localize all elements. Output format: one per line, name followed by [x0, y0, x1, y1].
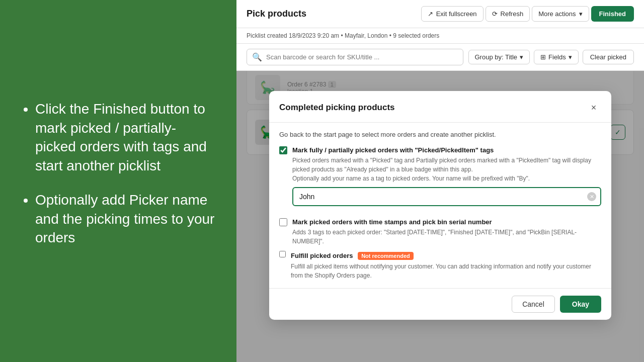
clear-picked-button[interactable]: Clear picked — [583, 50, 634, 64]
modal-close-button[interactable]: × — [586, 100, 601, 115]
refresh-icon: ⟳ — [492, 10, 498, 18]
checkbox1[interactable] — [279, 146, 287, 154]
bullet-item-1: Click the Finished button to mark picked… — [35, 100, 216, 175]
checkbox3[interactable] — [279, 251, 286, 257]
chevron-down-icon: ▾ — [579, 10, 583, 18]
checkbox3-content: Fulfill picked orders Not recommended Fu… — [291, 251, 601, 280]
more-actions-button[interactable]: More actions ▾ — [532, 6, 589, 22]
refresh-button[interactable]: ⟳ Refresh — [486, 6, 530, 22]
search-input[interactable] — [266, 53, 458, 61]
toolbar: 🔍 Group by: Title ▾ ⊞ Fields ▾ Clear pic… — [236, 44, 644, 71]
modal-overlay: Completed picking products × Go back to … — [236, 71, 644, 362]
fields-chevron-icon: ▾ — [569, 53, 572, 61]
search-icon: 🔍 — [252, 52, 262, 62]
checkbox2-row: Mark picked orders with time stamps and … — [279, 217, 601, 246]
top-bar: Pick products ↗ Exit fullscreen ⟳ Refres… — [236, 0, 644, 28]
checkbox1-row: Mark fully / partially picked orders wit… — [279, 145, 601, 212]
page-title: Pick products — [247, 9, 306, 19]
name-input-wrap: ✕ — [292, 187, 601, 206]
exit-fullscreen-button[interactable]: ↗ Exit fullscreen — [421, 6, 484, 22]
modal-subtitle: Go back to the start page to select more… — [279, 131, 601, 138]
sub-bar: Picklist created 18/9/2023 9:20 am • May… — [236, 28, 644, 44]
checkbox3-label[interactable]: Fulfill picked orders Not recommended — [291, 252, 414, 259]
cancel-button[interactable]: Cancel — [512, 296, 555, 313]
bullet-item-2: Optionally add Picker name and the picki… — [35, 191, 216, 247]
checkbox2-content: Mark picked orders with time stamps and … — [292, 217, 601, 246]
checkbox3-desc: Fulfill all picked items without notifyi… — [291, 262, 601, 280]
modal-header: Completed picking products × — [269, 91, 611, 123]
left-panel: Click the Finished button to mark picked… — [0, 0, 236, 362]
modal-footer: Cancel Okay — [269, 288, 611, 320]
modal-title: Completed picking products — [279, 103, 395, 113]
group-by-button[interactable]: Group by: Title ▾ — [468, 50, 530, 64]
group-by-chevron-icon: ▾ — [520, 53, 523, 61]
bullet-list: Click the Finished button to mark picked… — [20, 100, 216, 263]
fields-icon: ⊞ — [540, 53, 546, 61]
modal-dialog: Completed picking products × Go back to … — [269, 91, 611, 320]
toolbar-right: Group by: Title ▾ ⊞ Fields ▾ Clear picke… — [468, 50, 634, 64]
checkbox1-desc: Picked orders marked with a "Picked" tag… — [292, 156, 601, 183]
search-bar[interactable]: 🔍 — [247, 49, 463, 65]
checkbox1-label[interactable]: Mark fully / partially picked orders wit… — [292, 146, 494, 154]
checkbox1-content: Mark fully / partially picked orders wit… — [292, 145, 601, 212]
content-area: 🦕 Order 6 #2783 1 location 1 🦕 Animal Zo… — [236, 71, 644, 362]
name-input-clear-button[interactable]: ✕ — [587, 192, 596, 201]
checkbox2[interactable] — [279, 218, 287, 226]
exit-fullscreen-icon: ↗ — [428, 10, 433, 18]
right-panel: Pick products ↗ Exit fullscreen ⟳ Refres… — [236, 0, 644, 362]
finished-button[interactable]: Finished — [591, 6, 634, 22]
checkbox3-row: Fulfill picked orders Not recommended Fu… — [279, 251, 601, 280]
checkbox2-desc: Adds 3 tags to each picked order: "Start… — [292, 228, 601, 246]
picker-name-input[interactable] — [292, 187, 601, 206]
picklist-info: Picklist created 18/9/2023 9:20 am • May… — [247, 32, 439, 39]
not-recommended-badge: Not recommended — [358, 252, 414, 260]
fields-button[interactable]: ⊞ Fields ▾ — [534, 50, 579, 64]
top-bar-actions: ↗ Exit fullscreen ⟳ Refresh More actions… — [421, 6, 634, 22]
checkbox2-label[interactable]: Mark picked orders with time stamps and … — [292, 218, 492, 226]
modal-body: Go back to the start page to select more… — [269, 123, 611, 288]
okay-button[interactable]: Okay — [560, 296, 601, 313]
